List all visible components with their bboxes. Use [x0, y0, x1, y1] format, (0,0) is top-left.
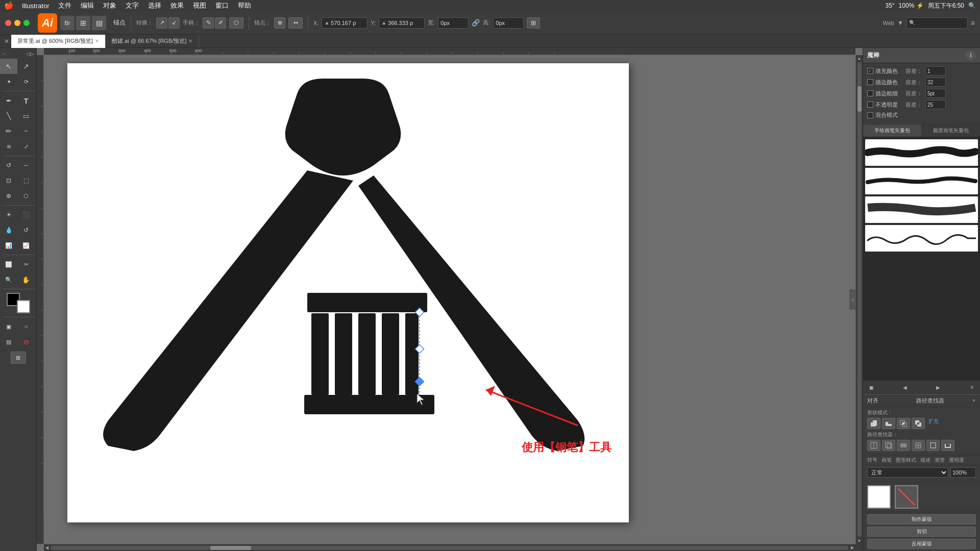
tab-close-2[interactable]: ✕: [188, 38, 192, 44]
anchor-btn[interactable]: ⊕: [274, 17, 285, 29]
desc-label[interactable]: 描述: [920, 457, 930, 464]
arrange-button[interactable]: ▤: [92, 16, 106, 30]
make-mask-btn[interactable]: 制作蒙版: [867, 514, 976, 524]
brush-tab-2[interactable]: 颜度画笔矢量包: [922, 124, 980, 137]
tab-document2[interactable]: 醋罐.ai @ 66.67% [RGB/预览] ✕: [106, 35, 199, 48]
x-field[interactable]: ▲ 570.167 p: [322, 17, 368, 29]
brush-preset-1[interactable]: [865, 139, 978, 166]
collapse-right-panel[interactable]: ◁: [849, 289, 855, 310]
trim-btn[interactable]: [882, 440, 895, 451]
transform-options-btn[interactable]: ⊞: [527, 17, 540, 29]
scroll-down-btn[interactable]: ▼: [856, 538, 863, 544]
menu-help[interactable]: 帮助: [234, 1, 255, 11]
brush-preset-2[interactable]: [865, 168, 978, 194]
puppet-warp-tool[interactable]: ⊕: [0, 188, 17, 204]
divide-btn[interactable]: [867, 440, 880, 451]
brush-preset-4[interactable]: [865, 225, 978, 252]
brush-label[interactable]: 画笔: [881, 457, 892, 464]
expand-btn[interactable]: 扩充: [928, 418, 939, 429]
canvas-area[interactable]: 100 200 300 400 500 600: [37, 48, 863, 551]
scale-tool[interactable]: ↔: [17, 158, 35, 173]
line-tool[interactable]: ╲: [0, 108, 17, 123]
tab-close-icon[interactable]: ✕: [4, 38, 9, 45]
color-selector[interactable]: [4, 293, 33, 313]
no-fill-btn[interactable]: ⊘: [17, 334, 35, 349]
minimize-button[interactable]: [14, 20, 20, 26]
menu-window[interactable]: 窗口: [211, 1, 233, 11]
eyedropper-tool[interactable]: 💧: [0, 222, 17, 238]
stroke-btn[interactable]: ○: [17, 319, 35, 334]
color-swatch-none[interactable]: [895, 485, 918, 509]
close-button[interactable]: [5, 20, 11, 26]
gradient-label[interactable]: 渐变: [935, 457, 945, 464]
stroke-color-checkbox[interactable]: [867, 79, 873, 85]
bridge-button[interactable]: Br: [60, 16, 75, 30]
menu-illustrator[interactable]: Illustrator: [18, 2, 53, 10]
width-tool[interactable]: ≋: [0, 139, 17, 154]
minus-back-btn[interactable]: [941, 440, 954, 451]
h-scroll-track[interactable]: [51, 546, 848, 550]
tab-close-1[interactable]: ✕: [95, 38, 99, 44]
scroll-right-btn[interactable]: ▶: [849, 545, 855, 551]
gradient-tool[interactable]: ⬛: [17, 207, 35, 222]
fill-btn[interactable]: ▣: [0, 319, 17, 334]
warp-tool[interactable]: ⊡: [0, 173, 17, 188]
hand-tool[interactable]: ✋: [17, 272, 35, 287]
scroll-left-btn[interactable]: ◀: [44, 545, 50, 551]
menu-select[interactable]: 选择: [144, 1, 165, 11]
symbol-label[interactable]: 符号: [867, 457, 877, 464]
brush-nav-close-btn[interactable]: ✕: [968, 384, 976, 391]
color-swatch-white[interactable]: [867, 485, 891, 509]
convert-btn1[interactable]: ↗: [156, 17, 167, 29]
brush-nav-right-btn[interactable]: ▶: [934, 384, 942, 391]
workspace-button[interactable]: ⊞: [76, 16, 90, 30]
v-scrollbar[interactable]: ▲ ▼: [855, 55, 863, 544]
menu-view[interactable]: 视图: [189, 1, 210, 11]
background-color[interactable]: [17, 300, 30, 313]
fill-tolerance-input[interactable]: 1: [925, 66, 946, 76]
h-scroll-thumb[interactable]: [210, 546, 251, 550]
stroke-width-checkbox[interactable]: [867, 90, 873, 96]
outline-btn[interactable]: [926, 440, 940, 451]
shape-unite-btn[interactable]: [867, 418, 880, 429]
scroll-up-btn[interactable]: ▲: [856, 55, 863, 61]
convert-btn2[interactable]: ↙: [168, 17, 180, 29]
brush-prev-btn[interactable]: ◼: [867, 384, 875, 391]
selection-tool[interactable]: ↖: [0, 59, 17, 74]
tab-document1[interactable]: 异常里.ai @ 600% [RGB/预览] ✕: [11, 35, 106, 48]
pen-tool[interactable]: ✒: [0, 93, 17, 108]
type-tool[interactable]: T: [17, 93, 35, 108]
opacity-tolerance-input[interactable]: 25: [925, 100, 946, 109]
lasso-tool[interactable]: ⟳: [17, 74, 35, 89]
zoom-tool[interactable]: 🔍: [0, 272, 17, 287]
brush-tab-1[interactable]: 手绘画笔矢量包: [863, 124, 922, 137]
shape-exclude-btn[interactable]: [912, 418, 925, 429]
link-icon[interactable]: 🔗: [472, 19, 480, 27]
w-field[interactable]: 0px: [438, 17, 469, 29]
free-transform-tool[interactable]: ⬚: [17, 173, 35, 188]
rect-tool[interactable]: ▭: [17, 108, 35, 123]
blend-mode-checkbox[interactable]: [867, 112, 873, 118]
transform-btn[interactable]: ⬡: [229, 17, 243, 29]
artboard-tool[interactable]: ⬜: [0, 257, 17, 272]
h-field[interactable]: 0px: [493, 17, 524, 29]
menu-text[interactable]: 文字: [121, 1, 143, 11]
canvas-scroll[interactable]: 100 200 300 400 500 600: [37, 48, 863, 551]
brush-preset-3[interactable]: [865, 196, 978, 223]
perspective-tool[interactable]: ⬡: [17, 188, 35, 204]
opacity-checkbox[interactable]: [867, 102, 873, 108]
info-btn[interactable]: ℹ: [966, 51, 976, 61]
menu-effect[interactable]: 效果: [166, 1, 188, 11]
handle-btn1[interactable]: ✎: [203, 17, 214, 29]
shape-minus-btn[interactable]: [882, 418, 895, 429]
canvas-content[interactable]: 使用【钢笔】工具: [67, 63, 629, 522]
stroke-width-tolerance-input[interactable]: 5pt: [925, 89, 946, 98]
stroke-color-tolerance-input[interactable]: 32: [925, 78, 946, 87]
blend-mode-select[interactable]: 正常: [867, 467, 948, 478]
scroll-thumb[interactable]: [857, 86, 862, 112]
mesh-tool[interactable]: ☀: [0, 207, 17, 222]
apple-menu[interactable]: 🍎: [4, 1, 14, 10]
more-options-icon[interactable]: ≡: [971, 19, 975, 27]
shape-builder-tool[interactable]: ⤢: [17, 139, 35, 154]
shape-intersect-btn[interactable]: [897, 418, 910, 429]
